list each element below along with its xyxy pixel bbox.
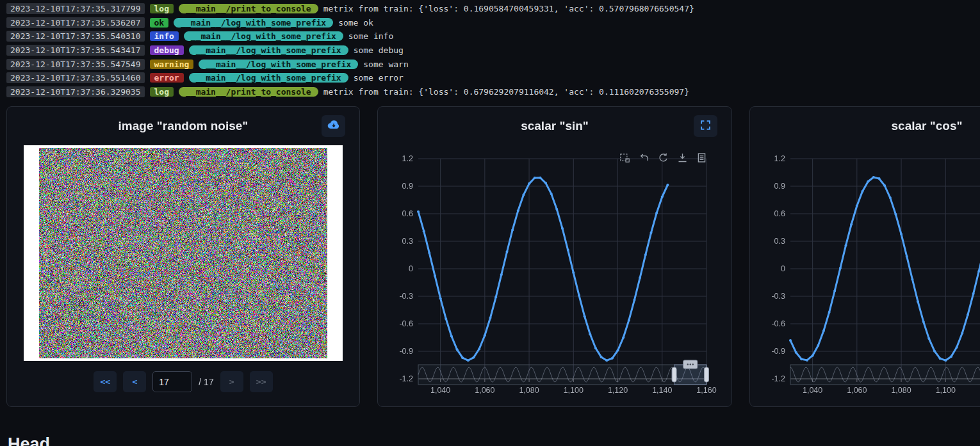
svg-text:0.3: 0.3 [402, 237, 413, 246]
image-card: image "random noise" << < / 17 > >> [6, 106, 360, 407]
svg-text:1.2: 1.2 [774, 154, 785, 163]
svg-text:-0.9: -0.9 [399, 347, 413, 356]
grid-lines [418, 159, 706, 379]
datazoom-slider[interactable] [790, 360, 980, 385]
log-timestamp: 2023-12-10T17:37:35.317799 [6, 3, 145, 14]
log-message: metrix from train: {'loss': 0.6796292079… [323, 87, 689, 97]
svg-text:1,140: 1,140 [652, 386, 672, 395]
svg-text:1,080: 1,080 [519, 386, 539, 395]
fullscreen-icon [700, 120, 711, 132]
log-module-badge: __main__/log_with_some_prefix [174, 18, 333, 28]
log-row: 2023-12-10T17:37:35.551460error__main__/… [6, 71, 980, 85]
log-message: metrix from train: {'loss': 0.1690584700… [323, 4, 694, 13]
line-chart-svg: 1.20.90.60.30-0.3-0.6-0.9-1.21,0401,0601… [378, 145, 732, 398]
datazoom-handle-right[interactable] [705, 367, 709, 382]
log-row: 2023-12-10T17:37:36.329035log__main__/pr… [6, 85, 980, 99]
section-heading-partial: Head [8, 434, 50, 446]
y-axis-labels: 1.20.90.60.30-0.3-0.6-0.9-1.2 [399, 154, 413, 383]
marquee-zoom-icon[interactable] [619, 152, 630, 163]
datazoom-slider[interactable] [418, 360, 709, 385]
image-matte [24, 145, 343, 361]
page-total: / 17 [199, 377, 213, 387]
log-level-badge: log [150, 4, 174, 13]
svg-text:1,040: 1,040 [430, 386, 450, 395]
image-pagination: << < / 17 > >> [7, 371, 359, 392]
log-timestamp: 2023-12-10T17:37:35.543417 [6, 45, 145, 56]
cards-row: image "random noise" << < / 17 > >> [0, 106, 980, 407]
log-module-badge: __main__/log_with_some_prefix [199, 60, 358, 69]
svg-text:-0.6: -0.6 [771, 319, 785, 328]
datazoom-move-handle[interactable] [683, 360, 698, 369]
svg-text:1,040: 1,040 [803, 386, 822, 395]
first-page-button[interactable]: << [94, 371, 117, 392]
svg-text:0: 0 [409, 264, 413, 273]
chart-card-header: scalar "cos" [750, 107, 980, 145]
log-level-badge: info [150, 31, 179, 41]
log-module-badge: __main__/log_with_some_prefix [189, 73, 348, 83]
image-card-header: image "random noise" [7, 107, 359, 145]
log-level-badge: log [150, 87, 174, 97]
datazoom-handle-left[interactable] [672, 367, 676, 382]
svg-text:1,100: 1,100 [936, 386, 956, 395]
svg-text:1,160: 1,160 [696, 386, 716, 395]
svg-text:-0.6: -0.6 [399, 319, 413, 328]
last-page-button[interactable]: >> [250, 371, 273, 392]
x-axis-labels: 1,0401,0601,0801,1001,1201,1401,160 [430, 386, 717, 395]
prev-page-button[interactable]: < [123, 371, 146, 392]
log-module-badge: __main__/print_to_console [179, 87, 318, 97]
log-timestamp: 2023-12-10T17:37:35.547549 [6, 59, 145, 70]
svg-text:-0.9: -0.9 [771, 347, 785, 356]
log-row: 2023-12-10T17:37:35.540310info__main__/l… [6, 29, 980, 44]
log-message: some ok [338, 18, 373, 28]
data-view-icon[interactable] [696, 152, 707, 163]
save-image-icon[interactable] [677, 152, 688, 163]
svg-text:0.3: 0.3 [774, 237, 785, 246]
next-page-button[interactable]: > [220, 371, 243, 392]
log-row: 2023-12-10T17:37:35.543417debug__main__/… [6, 44, 980, 58]
log-module-badge: __main__/log_with_some_prefix [189, 45, 348, 55]
svg-text:1.2: 1.2 [402, 154, 413, 163]
log-module-badge: __main__/print_to_console [179, 4, 318, 13]
page-input[interactable] [152, 371, 192, 392]
log-level-badge: ok [150, 18, 169, 28]
log-module-badge: __main__/log_with_some_prefix [184, 31, 343, 41]
svg-text:0.9: 0.9 [774, 182, 785, 191]
svg-text:-0.3: -0.3 [771, 292, 785, 301]
svg-text:1,060: 1,060 [847, 386, 867, 395]
svg-text:0.6: 0.6 [774, 209, 785, 218]
log-message: some debug [354, 45, 404, 55]
chart[interactable]: 1.20.90.60.30-0.3-0.6-0.9-1.21,0401,0601… [378, 145, 731, 398]
log-console: 2023-12-10T17:37:35.317799log__main__/pr… [0, 0, 980, 99]
cloud-download-icon [327, 120, 340, 132]
chart-toolbox [619, 152, 707, 163]
log-row: 2023-12-10T17:37:35.536207ok__main__/log… [6, 16, 980, 30]
line-chart-svg: 1.20.90.60.30-0.3-0.6-0.9-1.21,0401,0601… [750, 145, 980, 398]
chart[interactable]: 1.20.90.60.30-0.3-0.6-0.9-1.21,0401,0601… [750, 145, 980, 398]
download-image-button[interactable] [322, 115, 345, 137]
svg-text:1,100: 1,100 [564, 386, 584, 395]
chart-card-title: scalar "cos" [892, 119, 963, 133]
log-message: some warn [363, 60, 408, 69]
svg-text:-1.2: -1.2 [399, 374, 413, 383]
chart-card-header: scalar "sin" [378, 107, 731, 145]
log-row: 2023-12-10T17:37:35.547549warning__main_… [6, 57, 980, 71]
log-row: 2023-12-10T17:37:35.317799log__main__/pr… [6, 2, 980, 16]
x-axis-labels: 1,0401,0601,0801,1001,1201,1401,160 [803, 386, 980, 395]
fullscreen-button[interactable] [694, 115, 717, 137]
log-timestamp: 2023-12-10T17:37:35.551460 [6, 72, 145, 83]
chart-card: scalar "sin" [377, 106, 732, 407]
svg-text:0.9: 0.9 [402, 182, 413, 191]
svg-text:1,120: 1,120 [608, 386, 628, 395]
svg-text:-0.3: -0.3 [399, 292, 413, 301]
log-timestamp: 2023-12-10T17:37:36.329035 [6, 86, 145, 97]
y-axis-labels: 1.20.90.60.30-0.3-0.6-0.9-1.2 [771, 154, 785, 383]
restore-icon[interactable] [658, 152, 669, 163]
svg-text:1,060: 1,060 [475, 386, 494, 395]
noise-image [39, 148, 327, 358]
svg-text:-1.2: -1.2 [771, 374, 785, 383]
zoom-back-icon[interactable] [639, 152, 649, 163]
log-message: some error [354, 73, 404, 83]
log-level-badge: error [150, 73, 184, 83]
log-timestamp: 2023-12-10T17:37:35.540310 [6, 31, 145, 42]
svg-text:0: 0 [781, 264, 785, 273]
